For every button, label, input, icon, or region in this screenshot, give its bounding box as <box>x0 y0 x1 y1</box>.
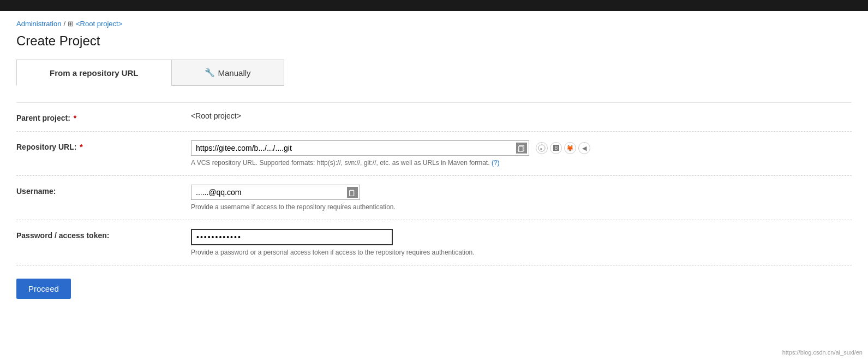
breadcrumb-root-link[interactable]: <Root project> <box>76 20 122 28</box>
url-clipboard-icon[interactable] <box>516 143 527 154</box>
username-clipboard-icon[interactable] <box>347 187 358 198</box>
breadcrumb-separator: / <box>63 20 65 28</box>
username-input-wrapper <box>191 185 360 200</box>
svg-rect-1 <box>519 146 523 152</box>
url-input-row: ● 🅱 🦊 ◀ <box>191 140 852 156</box>
parent-project-text: <Root project> <box>191 109 241 120</box>
proceed-button[interactable]: Proceed <box>16 279 71 299</box>
bitbucket-icon[interactable]: 🅱 <box>550 142 562 154</box>
svg-text:●: ● <box>540 146 543 151</box>
password-hint: Provide a password or a personal access … <box>191 249 852 256</box>
repository-url-hint: A VCS repository URL. Supported formats:… <box>191 159 852 167</box>
password-label: Password / access token: <box>16 229 191 240</box>
repository-url-input[interactable] <box>191 140 529 156</box>
form-row-password: Password / access token: Provide a passw… <box>16 220 852 265</box>
vcs-icons: ● 🅱 🦊 ◀ <box>536 142 590 154</box>
username-hint: Provide a username if access to the repo… <box>191 203 852 211</box>
breadcrumb-admin-link[interactable]: Administration <box>16 20 61 28</box>
github-icon[interactable]: ● <box>536 142 548 154</box>
svg-rect-4 <box>350 191 354 197</box>
password-value-area: Provide a password or a personal access … <box>191 229 852 256</box>
parent-project-label: Parent project: * <box>16 111 191 122</box>
required-marker-url: * <box>77 143 82 151</box>
wrench-icon: 🔧 <box>205 68 215 78</box>
repository-url-label: Repository URL: * <box>16 140 191 151</box>
form-row-repository-url: Repository URL: * <box>16 132 852 176</box>
tab-row: From a repository URL 🔧 Manually <box>16 60 852 86</box>
clipboard-svg <box>518 144 525 152</box>
tab-from-repo-url[interactable]: From a repository URL <box>16 60 171 86</box>
breadcrumb: Administration / ⊞ <Root project> <box>16 20 852 28</box>
hint-help-icon[interactable]: (?) <box>492 159 500 167</box>
tab-manually[interactable]: 🔧 Manually <box>171 60 284 86</box>
page-container: Administration / ⊞ <Root project> Create… <box>0 11 868 315</box>
form-row-parent-project: Parent project: * <Root project> <box>16 103 852 132</box>
password-input[interactable] <box>191 229 393 245</box>
vcs-other-icon[interactable]: ◀ <box>578 142 590 154</box>
repository-url-value-area: ● 🅱 🦊 ◀ A VCS repository URL. Supported … <box>191 140 852 167</box>
gitlab-icon[interactable]: 🦊 <box>564 142 576 154</box>
top-bar <box>0 0 868 11</box>
breadcrumb-grid-icon: ⊞ <box>68 20 74 28</box>
tab-manually-label: Manually <box>218 68 251 78</box>
username-clipboard-svg <box>349 188 356 196</box>
username-label: Username: <box>16 185 191 196</box>
required-marker: * <box>71 114 76 122</box>
url-input-wrapper <box>191 140 529 156</box>
parent-project-value: <Root project> <box>191 111 852 120</box>
page-title: Create Project <box>16 33 852 49</box>
form-row-username: Username: Provide a username if access t… <box>16 176 852 220</box>
username-input[interactable] <box>191 185 360 200</box>
username-value-area: Provide a username if access to the repo… <box>191 185 852 211</box>
form-section: Parent project: * <Root project> Reposit… <box>16 102 852 265</box>
